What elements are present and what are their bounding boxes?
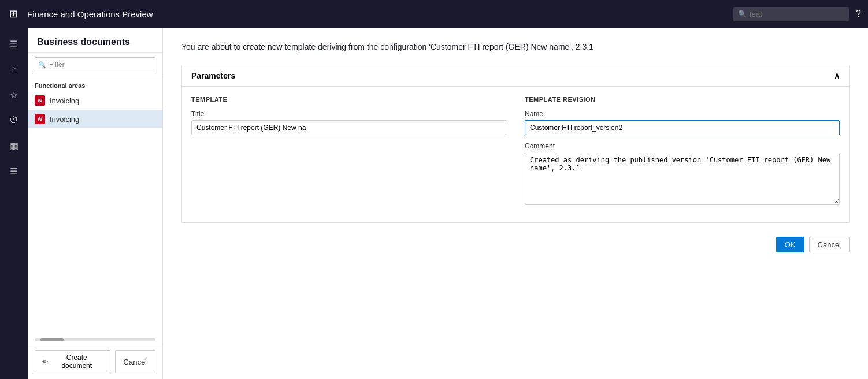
params-cancel-button[interactable]: Cancel bbox=[809, 237, 850, 252]
panel-scrollbar[interactable] bbox=[35, 338, 155, 341]
waffle-icon[interactable]: ⊞ bbox=[7, 5, 20, 23]
params-section-header: Parameters bbox=[182, 65, 849, 87]
panel-footer: ✏ Create document Cancel bbox=[28, 344, 162, 379]
top-search-input[interactable] bbox=[733, 7, 849, 21]
name-label: Name bbox=[525, 110, 840, 118]
biz-docs-panel: Business documents 🔍 Functional areas W … bbox=[28, 28, 163, 379]
comment-textarea[interactable]: Created as deriving the published versio… bbox=[525, 153, 840, 205]
params-panel: You are about to create new template der… bbox=[163, 28, 868, 379]
sidebar-home-icon[interactable]: ⌂ bbox=[2, 58, 25, 81]
overlay: Business documents 🔍 Functional areas W … bbox=[28, 28, 868, 379]
panel-list-item-invoicing-2[interactable]: W Invoicing bbox=[28, 110, 162, 128]
sidebar-recent-icon[interactable]: ⏱ bbox=[2, 109, 25, 132]
ok-button[interactable]: OK bbox=[776, 237, 804, 252]
search-wrapper: 🔍 bbox=[733, 7, 849, 21]
main-layout: ☰ ⌂ ☆ ⏱ ▦ ☰ 📄 Business document manageme… bbox=[0, 28, 868, 379]
invoicing-icon-1: W bbox=[35, 95, 45, 106]
biz-docs-title: Business documents bbox=[28, 28, 162, 53]
panel-list-item-invoicing-1[interactable]: W Invoicing bbox=[28, 91, 162, 110]
name-input[interactable] bbox=[525, 120, 840, 135]
panel-list: W Invoicing W Invoicing bbox=[28, 91, 162, 336]
content-area: 📄 Business document management Functiona… bbox=[28, 28, 868, 379]
template-col: TEMPLATE Title bbox=[191, 96, 506, 213]
biz-docs-cancel-button[interactable]: Cancel bbox=[115, 350, 155, 373]
sidebar-menu-icon[interactable]: ☰ bbox=[2, 32, 25, 55]
invoicing-label-2: Invoicing bbox=[50, 115, 79, 124]
help-icon[interactable]: ? bbox=[856, 9, 861, 19]
template-revision-col-label: TEMPLATE REVISION bbox=[525, 96, 840, 103]
params-body: TEMPLATE Title TEMPLATE REVISION Name bbox=[182, 87, 849, 222]
top-bar-right: ? bbox=[856, 9, 861, 19]
title-label: Title bbox=[191, 110, 506, 118]
params-footer: OK Cancel bbox=[181, 237, 850, 252]
top-bar: ⊞ Finance and Operations Preview 🔍 ? bbox=[0, 0, 868, 28]
params-notice: You are about to create new template der… bbox=[181, 42, 850, 53]
scrollbar-thumb[interactable] bbox=[40, 338, 64, 341]
sidebar-list-icon[interactable]: ☰ bbox=[2, 159, 25, 183]
panel-filter-search-icon: 🔍 bbox=[38, 61, 46, 69]
panel-section-label: Functional areas bbox=[28, 77, 162, 91]
title-input[interactable] bbox=[191, 120, 506, 135]
app-title: Finance and Operations Preview bbox=[27, 9, 726, 19]
pencil-icon: ✏ bbox=[42, 358, 48, 366]
create-document-button[interactable]: ✏ Create document bbox=[35, 350, 110, 373]
panel-filter-wrapper: 🔍 bbox=[35, 57, 155, 72]
params-section: Parameters TEMPLATE Title bbox=[181, 65, 850, 223]
template-revision-col: TEMPLATE REVISION Name Comment Created a… bbox=[525, 96, 840, 213]
comment-field: Comment Created as deriving the publishe… bbox=[525, 142, 840, 206]
comment-label: Comment bbox=[525, 142, 840, 150]
params-section-title: Parameters bbox=[191, 71, 235, 80]
name-field: Name bbox=[525, 110, 840, 135]
sidebar-workspaces-icon[interactable]: ▦ bbox=[2, 134, 25, 157]
title-field: Title bbox=[191, 110, 506, 135]
invoicing-icon-2: W bbox=[35, 114, 45, 124]
invoicing-label-1: Invoicing bbox=[50, 96, 79, 105]
panel-filter-input[interactable] bbox=[35, 57, 155, 72]
sidebar-favorites-icon[interactable]: ☆ bbox=[2, 83, 25, 106]
params-collapse-icon[interactable] bbox=[834, 71, 840, 80]
sidebar: ☰ ⌂ ☆ ⏱ ▦ ☰ bbox=[0, 28, 28, 379]
panel-filter-area: 🔍 bbox=[28, 53, 162, 77]
template-col-label: TEMPLATE bbox=[191, 96, 506, 103]
